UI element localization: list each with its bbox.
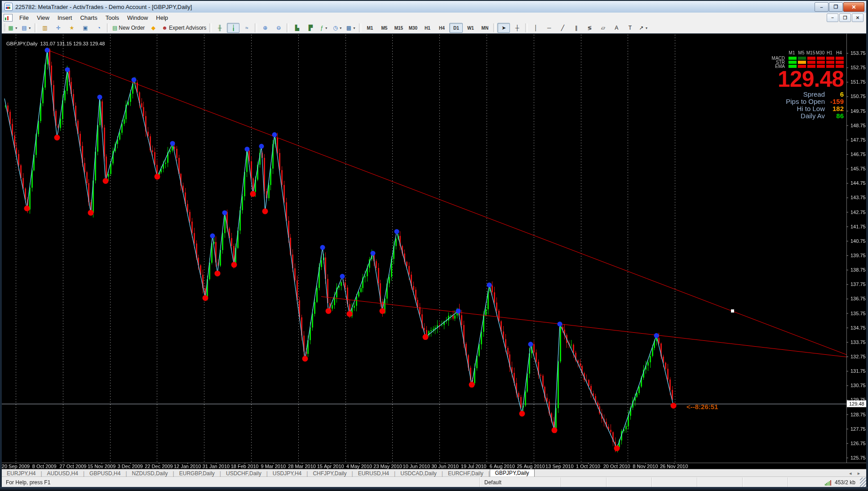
timeframe-d1-button[interactable]: D1 xyxy=(449,23,463,33)
timeframe-m5-button[interactable]: M5 xyxy=(377,23,391,33)
timeframe-m15-button[interactable]: M15 xyxy=(392,23,405,33)
bar-chart-button[interactable]: ╫ xyxy=(213,23,226,33)
new-chart-button[interactable]: ▦▼ xyxy=(7,23,19,33)
chart-tab-chfjpy-daily[interactable]: CHFJPY,Daily xyxy=(308,470,351,477)
menu-bar: FileViewInsertChartsToolsWindowHelp – ❐ … xyxy=(2,13,866,23)
templates-button[interactable]: ▩▼ xyxy=(345,23,357,33)
chart-tab-nzdusd-daily[interactable]: NZDUSD,Daily xyxy=(127,470,173,477)
dashboard-column-m1: M1 xyxy=(787,50,797,55)
candlestick-chart-button[interactable]: ╽ xyxy=(227,23,239,33)
tab-scroll-right-button[interactable]: ► xyxy=(857,471,861,476)
text-label-button[interactable]: T xyxy=(624,23,636,33)
shapes-button[interactable]: ▱ xyxy=(597,23,609,33)
chart-tab-eurusd-h4[interactable]: EURUSD,H4 xyxy=(353,470,394,477)
new-order-button[interactable]: ▤New Order xyxy=(111,23,146,33)
text-button[interactable]: A xyxy=(610,23,623,33)
alert-button[interactable]: ◆ xyxy=(147,23,159,33)
chart-minimize-button[interactable]: – xyxy=(827,13,838,22)
fibonacci-button[interactable]: ≶ xyxy=(583,23,596,33)
bar-chart-icon: ╫ xyxy=(218,25,222,31)
menu-view[interactable]: View xyxy=(33,13,53,22)
chart-tab-eurgbp-daily[interactable]: EURGBP,Daily xyxy=(174,470,220,477)
indicators-list-dropdown-arrow[interactable]: ▼ xyxy=(325,27,328,30)
stat-label: Pips to Open xyxy=(786,98,825,105)
timeframe-mn-button[interactable]: MN xyxy=(478,23,492,33)
horizontal-line-button[interactable]: ─ xyxy=(543,23,555,33)
chart-tab-eurchf-daily[interactable]: EURCHF,Daily xyxy=(443,470,488,477)
signal-cell-macd-h4 xyxy=(836,57,844,60)
chart-close-button[interactable]: ✕ xyxy=(852,13,864,22)
maximize-button[interactable]: ❐ xyxy=(829,2,843,12)
arrows-icon: ↗ xyxy=(639,25,643,31)
close-button[interactable]: ✕ xyxy=(843,2,864,12)
arrows-button[interactable]: ↗▼ xyxy=(637,23,650,33)
templates-dropdown-arrow[interactable]: ▼ xyxy=(353,27,356,30)
timeframe-w1-button[interactable]: W1 xyxy=(464,23,477,33)
menu-file[interactable]: File xyxy=(15,13,33,22)
timeframe-h4-button[interactable]: H4 xyxy=(435,23,448,33)
price-chart-canvas[interactable] xyxy=(2,34,866,469)
status-profile[interactable]: Default xyxy=(480,478,561,487)
market-watch-button[interactable]: ▥ xyxy=(39,23,51,33)
stat-daily-av: Daily Av86 xyxy=(801,112,844,119)
chart-system-menu-icon[interactable] xyxy=(4,14,13,22)
strategy-tester-button[interactable]: ◔ xyxy=(93,23,105,33)
terminal-button[interactable]: ▣ xyxy=(79,23,92,33)
menu-help[interactable]: Help xyxy=(152,13,172,22)
timeframe-w1-label: W1 xyxy=(467,26,474,31)
status-empty-pane xyxy=(561,478,607,487)
navigator-button[interactable]: ★ xyxy=(66,23,78,33)
chart-tab-eurjpy-h4[interactable]: EURJPY,H4 xyxy=(2,470,40,477)
new-chart-dropdown-arrow[interactable]: ▼ xyxy=(15,27,18,30)
chart-tab-usdcad-daily[interactable]: USDCAD,Daily xyxy=(395,470,442,477)
menu-window[interactable]: Window xyxy=(123,13,152,22)
timeframe-m30-button[interactable]: M30 xyxy=(406,23,420,33)
stat-value: 86 xyxy=(828,112,844,120)
profiles-button[interactable]: ▤▼ xyxy=(20,23,33,33)
indicator-windows-button[interactable]: ▙ xyxy=(291,23,303,33)
chart-tab-usdjpy-h4[interactable]: USDJPY,H4 xyxy=(268,470,306,477)
line-chart-button[interactable]: ≈ xyxy=(240,23,253,33)
connection-bars-icon xyxy=(825,480,831,486)
chart-tab-gbpusd-h4[interactable]: GBPUSD,H4 xyxy=(84,470,125,477)
tab-scroll-left-button[interactable]: ◄ xyxy=(848,471,852,476)
chart-tab-gbpjpy-daily[interactable]: GBPJPY,Daily xyxy=(490,469,535,478)
chart-tab-usdchf-daily[interactable]: USDCHF,Daily xyxy=(221,470,266,477)
minimize-button[interactable]: – xyxy=(815,2,828,12)
status-empty-pane xyxy=(607,478,652,487)
indicator-windows-icon: ▙ xyxy=(295,25,299,31)
signal-cell-str-m30 xyxy=(817,61,825,64)
timeframe-m1-button[interactable]: M1 xyxy=(363,23,376,33)
cursor-button[interactable]: ➤ xyxy=(497,23,510,33)
title-bar[interactable]: 225782: MetaTrader - ActivTrades - Demo … xyxy=(2,1,866,13)
expert-advisors-button[interactable]: ☻Expert Advisors xyxy=(160,23,208,33)
menu-charts[interactable]: Charts xyxy=(76,13,101,22)
arrows-dropdown-arrow[interactable]: ▼ xyxy=(645,27,648,30)
menu-tools[interactable]: Tools xyxy=(102,13,123,22)
chart-tab-audusd-h4[interactable]: AUDUSD,H4 xyxy=(42,470,83,477)
timeframe-h1-label: H1 xyxy=(425,26,430,31)
indicators-list-button[interactable]: ƒ▼ xyxy=(318,23,330,33)
status-empty-pane xyxy=(697,478,743,487)
chart-restore-button[interactable]: ❐ xyxy=(839,13,851,22)
zoom-out-button[interactable]: ⊖ xyxy=(272,23,285,33)
resize-grip[interactable] xyxy=(860,478,866,487)
periods-dropdown-arrow[interactable]: ▼ xyxy=(339,27,342,30)
data-window-button[interactable]: ✛ xyxy=(52,23,65,33)
status-connection-pane[interactable]: 453/2 kb xyxy=(788,478,860,487)
toolbar-separator xyxy=(107,23,109,32)
vertical-line-button[interactable]: │ xyxy=(529,23,542,33)
menu-insert[interactable]: Insert xyxy=(53,13,76,22)
timeframe-h1-button[interactable]: H1 xyxy=(421,23,434,33)
zoom-in-button[interactable]: ⊕ xyxy=(259,23,271,33)
crosshair-button[interactable]: ┼ xyxy=(511,23,523,33)
trendline-button[interactable]: ╱ xyxy=(556,23,569,33)
tile-windows-button[interactable]: ▛ xyxy=(304,23,317,33)
periods-button[interactable]: ◷▼ xyxy=(331,23,344,33)
profiles-icon: ▤ xyxy=(22,25,27,31)
profiles-dropdown-arrow[interactable]: ▼ xyxy=(28,27,31,30)
dashboard-column-m30: M30 xyxy=(815,50,825,55)
equidistant-channel-button[interactable]: ∥ xyxy=(570,23,582,33)
text-label-icon: T xyxy=(629,25,632,31)
timeframe-d1-label: D1 xyxy=(453,26,459,31)
